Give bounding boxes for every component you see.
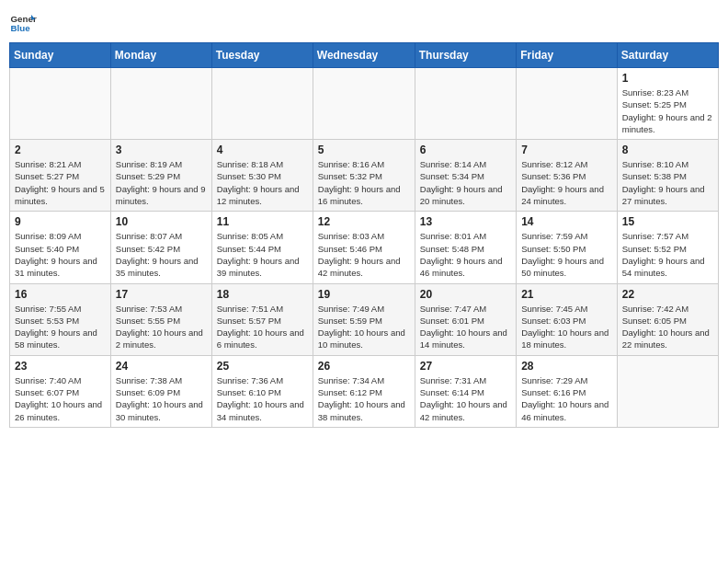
weekday-header-saturday: Saturday [617, 43, 718, 68]
day-info: Sunrise: 7:53 AM Sunset: 5:55 PM Dayligh… [116, 303, 207, 351]
day-info: Sunrise: 7:51 AM Sunset: 5:57 PM Dayligh… [217, 303, 308, 351]
calendar-cell: 13Sunrise: 8:01 AM Sunset: 5:48 PM Dayli… [415, 212, 516, 283]
calendar-cell: 9Sunrise: 8:09 AM Sunset: 5:40 PM Daylig… [10, 212, 111, 283]
header: General Blue [9, 9, 719, 37]
calendar-cell: 1Sunrise: 8:23 AM Sunset: 5:25 PM Daylig… [617, 68, 718, 140]
day-number: 16 [15, 288, 106, 301]
day-number: 15 [622, 215, 713, 228]
day-info: Sunrise: 8:23 AM Sunset: 5:25 PM Dayligh… [622, 86, 713, 135]
calendar-cell: 22Sunrise: 7:42 AM Sunset: 6:05 PM Dayli… [617, 283, 718, 355]
calendar-week-2: 9Sunrise: 8:09 AM Sunset: 5:40 PM Daylig… [10, 212, 719, 283]
day-info: Sunrise: 8:10 AM Sunset: 5:38 PM Dayligh… [622, 158, 713, 207]
day-number: 24 [116, 360, 207, 373]
day-number: 8 [622, 144, 713, 156]
day-number: 1 [622, 72, 713, 85]
calendar-cell: 24Sunrise: 7:38 AM Sunset: 6:09 PM Dayli… [110, 355, 211, 427]
day-number: 4 [217, 144, 308, 156]
day-info: Sunrise: 7:29 AM Sunset: 6:16 PM Dayligh… [521, 374, 612, 423]
weekday-header-tuesday: Tuesday [211, 43, 313, 68]
calendar-cell [211, 68, 313, 140]
calendar-week-1: 2Sunrise: 8:21 AM Sunset: 5:27 PM Daylig… [10, 140, 719, 212]
calendar-cell: 10Sunrise: 8:07 AM Sunset: 5:42 PM Dayli… [110, 212, 211, 283]
day-info: Sunrise: 8:21 AM Sunset: 5:27 PM Dayligh… [15, 158, 106, 207]
calendar-cell: 27Sunrise: 7:31 AM Sunset: 6:14 PM Dayli… [415, 355, 516, 427]
day-number: 26 [318, 360, 410, 373]
day-info: Sunrise: 8:19 AM Sunset: 5:29 PM Dayligh… [116, 158, 207, 207]
day-info: Sunrise: 7:47 AM Sunset: 6:01 PM Dayligh… [420, 303, 511, 351]
day-info: Sunrise: 8:03 AM Sunset: 5:46 PM Dayligh… [318, 230, 410, 279]
day-info: Sunrise: 7:57 AM Sunset: 5:52 PM Dayligh… [622, 230, 713, 279]
day-number: 10 [116, 215, 207, 228]
day-info: Sunrise: 7:31 AM Sunset: 6:14 PM Dayligh… [420, 374, 511, 423]
day-info: Sunrise: 8:16 AM Sunset: 5:32 PM Dayligh… [318, 158, 410, 207]
weekday-header-monday: Monday [110, 43, 211, 68]
day-number: 13 [420, 215, 511, 228]
weekday-header-thursday: Thursday [415, 43, 516, 68]
calendar-cell: 3Sunrise: 8:19 AM Sunset: 5:29 PM Daylig… [110, 140, 211, 212]
day-number: 2 [15, 144, 106, 156]
calendar-cell: 28Sunrise: 7:29 AM Sunset: 6:16 PM Dayli… [517, 355, 618, 427]
calendar: SundayMondayTuesdayWednesdayThursdayFrid… [9, 42, 719, 428]
calendar-cell [415, 68, 516, 140]
day-info: Sunrise: 8:07 AM Sunset: 5:42 PM Dayligh… [116, 230, 207, 279]
day-info: Sunrise: 7:36 AM Sunset: 6:10 PM Dayligh… [217, 374, 308, 423]
calendar-cell: 21Sunrise: 7:45 AM Sunset: 6:03 PM Dayli… [517, 283, 618, 355]
day-number: 3 [116, 144, 207, 156]
day-info: Sunrise: 7:42 AM Sunset: 6:05 PM Dayligh… [622, 303, 713, 351]
calendar-week-3: 16Sunrise: 7:55 AM Sunset: 5:53 PM Dayli… [10, 283, 719, 355]
day-number: 27 [420, 360, 511, 373]
calendar-cell: 12Sunrise: 8:03 AM Sunset: 5:46 PM Dayli… [313, 212, 415, 283]
calendar-cell: 20Sunrise: 7:47 AM Sunset: 6:01 PM Dayli… [415, 283, 516, 355]
calendar-cell [517, 68, 618, 140]
day-number: 5 [318, 144, 410, 156]
logo: General Blue [9, 9, 37, 37]
day-number: 17 [116, 288, 207, 301]
day-number: 7 [521, 144, 612, 156]
day-number: 18 [217, 288, 308, 301]
day-number: 9 [15, 215, 106, 228]
day-number: 22 [622, 288, 713, 301]
calendar-cell: 23Sunrise: 7:40 AM Sunset: 6:07 PM Dayli… [10, 355, 111, 427]
day-number: 23 [15, 360, 106, 373]
calendar-cell: 14Sunrise: 7:59 AM Sunset: 5:50 PM Dayli… [517, 212, 618, 283]
day-info: Sunrise: 8:05 AM Sunset: 5:44 PM Dayligh… [217, 230, 308, 279]
weekday-header-sunday: Sunday [10, 43, 111, 68]
calendar-cell: 16Sunrise: 7:55 AM Sunset: 5:53 PM Dayli… [10, 283, 111, 355]
calendar-cell: 25Sunrise: 7:36 AM Sunset: 6:10 PM Dayli… [211, 355, 313, 427]
calendar-cell: 5Sunrise: 8:16 AM Sunset: 5:32 PM Daylig… [313, 140, 415, 212]
day-info: Sunrise: 7:45 AM Sunset: 6:03 PM Dayligh… [521, 303, 612, 351]
day-info: Sunrise: 8:01 AM Sunset: 5:48 PM Dayligh… [420, 230, 511, 279]
calendar-cell: 7Sunrise: 8:12 AM Sunset: 5:36 PM Daylig… [517, 140, 618, 212]
logo-icon: General Blue [9, 9, 37, 37]
day-info: Sunrise: 8:09 AM Sunset: 5:40 PM Dayligh… [15, 230, 106, 279]
day-info: Sunrise: 7:38 AM Sunset: 6:09 PM Dayligh… [116, 374, 207, 423]
day-info: Sunrise: 7:59 AM Sunset: 5:50 PM Dayligh… [521, 230, 612, 279]
calendar-cell: 11Sunrise: 8:05 AM Sunset: 5:44 PM Dayli… [211, 212, 313, 283]
calendar-cell [617, 355, 718, 427]
day-number: 11 [217, 215, 308, 228]
calendar-week-4: 23Sunrise: 7:40 AM Sunset: 6:07 PM Dayli… [10, 355, 719, 427]
day-number: 14 [521, 215, 612, 228]
calendar-cell: 15Sunrise: 7:57 AM Sunset: 5:52 PM Dayli… [617, 212, 718, 283]
day-number: 20 [420, 288, 511, 301]
calendar-week-0: 1Sunrise: 8:23 AM Sunset: 5:25 PM Daylig… [10, 68, 719, 140]
weekday-header-row: SundayMondayTuesdayWednesdayThursdayFrid… [10, 43, 719, 68]
calendar-cell: 8Sunrise: 8:10 AM Sunset: 5:38 PM Daylig… [617, 140, 718, 212]
day-number: 19 [318, 288, 410, 301]
calendar-cell: 26Sunrise: 7:34 AM Sunset: 6:12 PM Dayli… [313, 355, 415, 427]
day-info: Sunrise: 8:14 AM Sunset: 5:34 PM Dayligh… [420, 158, 511, 207]
calendar-cell: 4Sunrise: 8:18 AM Sunset: 5:30 PM Daylig… [211, 140, 313, 212]
calendar-cell: 17Sunrise: 7:53 AM Sunset: 5:55 PM Dayli… [110, 283, 211, 355]
day-number: 6 [420, 144, 511, 156]
calendar-cell: 18Sunrise: 7:51 AM Sunset: 5:57 PM Dayli… [211, 283, 313, 355]
day-info: Sunrise: 7:49 AM Sunset: 5:59 PM Dayligh… [318, 303, 410, 351]
day-number: 28 [521, 360, 612, 373]
weekday-header-friday: Friday [517, 43, 618, 68]
calendar-cell [110, 68, 211, 140]
weekday-header-wednesday: Wednesday [313, 43, 415, 68]
day-info: Sunrise: 7:55 AM Sunset: 5:53 PM Dayligh… [15, 303, 106, 351]
calendar-cell [313, 68, 415, 140]
day-info: Sunrise: 7:34 AM Sunset: 6:12 PM Dayligh… [318, 374, 410, 423]
calendar-cell: 19Sunrise: 7:49 AM Sunset: 5:59 PM Dayli… [313, 283, 415, 355]
day-info: Sunrise: 7:40 AM Sunset: 6:07 PM Dayligh… [15, 374, 106, 423]
